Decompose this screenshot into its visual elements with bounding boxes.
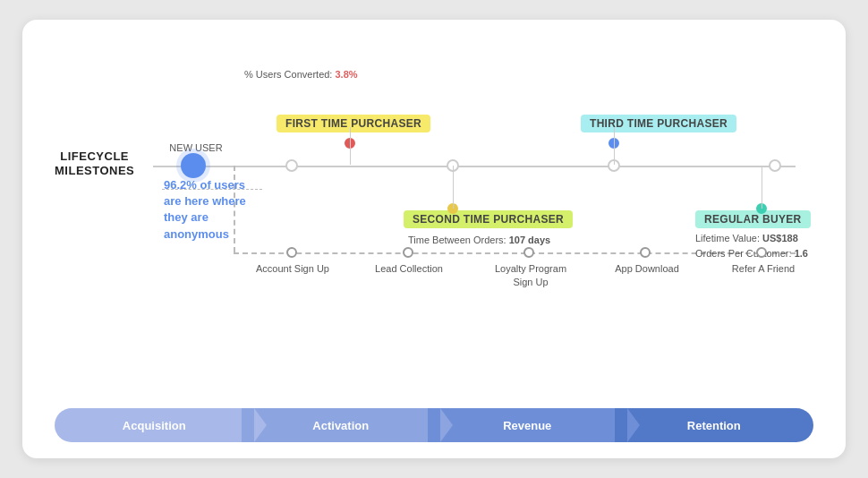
third-time-purchaser-badge: THIRD TIME PURCHASER (581, 115, 736, 132)
funnel-activation: Activation (242, 408, 441, 442)
node-n1 (285, 159, 298, 172)
label-account-signup: Account Sign Up (253, 262, 332, 276)
time-between-info: Time Between Orders: 107 days (408, 233, 550, 248)
second-purchaser-vline (453, 166, 454, 209)
third-purchaser-vline (614, 127, 615, 165)
node-n4 (769, 159, 781, 172)
funnel-revenue: Revenue (428, 408, 627, 442)
regular-buyer-badge: REGULAR BUYER (695, 210, 811, 228)
label-loyalty-program: Loyalty ProgramSign Up (490, 262, 571, 289)
funnel-acquisition-label: Acquisition (123, 419, 186, 432)
label-app-download: App Download (613, 262, 681, 276)
anon-box (162, 177, 262, 190)
funnel-acquisition: Acquisition (55, 408, 254, 442)
node-app-download (640, 247, 651, 258)
main-timeline-line (153, 166, 796, 167)
main-card: LIFECYCLEMILESTONES % Users Converted: 3… (22, 20, 846, 458)
node-account-signup (286, 247, 297, 258)
label-lead-collection: Lead Collection (370, 262, 448, 276)
regular-buyer-vline (762, 166, 762, 209)
funnel-activation-label: Activation (312, 419, 369, 432)
time-between-value: 107 days (509, 235, 550, 245)
funnel-retention: Retention (615, 408, 814, 442)
second-time-purchaser-badge: SECOND TIME PURCHASER (404, 210, 573, 228)
lifetime-value-info: Lifetime Value: US$188 Orders Per Custom… (695, 231, 808, 260)
node-loyalty-program (523, 247, 534, 258)
node-refer-friend (756, 247, 767, 258)
diagram-area: FIRST TIME PURCHASER SECOND TIME PURCHAS… (55, 45, 813, 331)
first-purchaser-vline (350, 127, 351, 165)
funnel-row: Acquisition Activation Revenue Retention (55, 408, 813, 442)
time-between-label: Time Between Orders: (408, 235, 509, 245)
first-time-purchaser-badge: FIRST TIME PURCHASER (277, 115, 430, 132)
node-lead-collection (403, 247, 413, 258)
label-refer-friend: Refer A Friend (729, 262, 797, 276)
funnel-retention-label: Retention (687, 419, 741, 432)
node-new-user (181, 153, 206, 178)
funnel-revenue-label: Revenue (503, 419, 551, 432)
